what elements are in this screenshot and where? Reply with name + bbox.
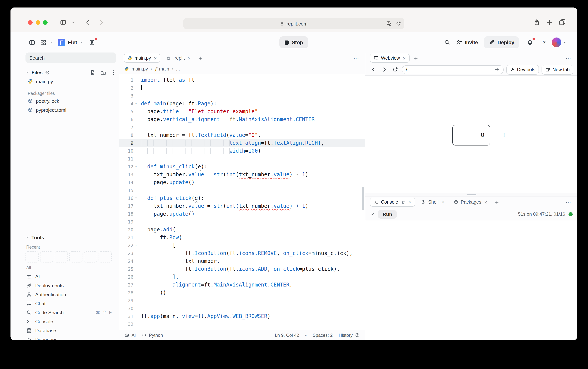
code-line[interactable]: 29 — [119, 297, 365, 305]
code-line[interactable]: 23 ft.IconButton(ft.icons.REMOVE, on_cli… — [119, 249, 365, 257]
close-tab-icon[interactable]: × — [188, 56, 190, 61]
translate-icon[interactable]: A — [386, 21, 392, 26]
code-line[interactable]: 14 page.update() — [119, 178, 365, 186]
webview-forward-button[interactable] — [380, 65, 388, 74]
new-browser-tab-icon[interactable] — [546, 19, 553, 26]
help-button[interactable]: ? — [542, 39, 546, 45]
close-tab-icon[interactable]: × — [154, 56, 157, 61]
collapse-run-icon[interactable] — [370, 212, 374, 216]
close-window-button[interactable] — [28, 20, 33, 25]
close-tab-icon[interactable]: × — [409, 200, 411, 205]
code-line[interactable]: 7 — [119, 123, 365, 131]
share-icon[interactable] — [533, 19, 540, 26]
tool-item-ai[interactable]: AI — [25, 272, 116, 281]
tool-item-debugger[interactable]: Debugger — [25, 335, 116, 340]
tool-item-deployments[interactable]: Deployments — [25, 281, 116, 290]
status-language[interactable]: Python — [142, 332, 163, 338]
code-line[interactable]: 10 width=100) — [119, 147, 365, 155]
code-line[interactable]: 11 — [119, 155, 365, 163]
code-line[interactable]: 20 page.add( — [119, 226, 365, 234]
code-line[interactable]: 25 ft.IconButton(ft.icons.ADD, on_click=… — [119, 265, 365, 273]
open-new-tab-button[interactable]: New tab — [541, 65, 573, 74]
code-line[interactable]: 9 text_align=ft.TextAlign.RIGHT, — [119, 139, 365, 147]
invite-button[interactable]: Invite — [456, 39, 478, 45]
code-line[interactable]: 12▾ def minus_click(e): — [119, 163, 365, 171]
code-line[interactable]: 8 txt_number = ft.TextField(value="0", — [119, 131, 365, 139]
splitter-handle[interactable] — [466, 194, 476, 195]
search-input[interactable] — [25, 52, 116, 63]
clear-console-icon[interactable] — [401, 200, 406, 204]
webview-back-button[interactable] — [369, 65, 377, 74]
console-output[interactable] — [365, 221, 577, 340]
files-section-header[interactable]: Files ⋮ — [25, 68, 116, 77]
tab-packages[interactable]: Packages × — [450, 198, 490, 207]
files-options-icon[interactable]: ⋮ — [111, 70, 116, 75]
close-tab-icon[interactable]: × — [442, 200, 444, 205]
code-line[interactable]: 24 txt_number, — [119, 257, 365, 265]
code-line[interactable]: 2 — [119, 84, 365, 92]
tool-item-database[interactable]: Database — [25, 326, 116, 335]
code-line[interactable]: 22▾ [ — [119, 242, 365, 249]
status-ai[interactable]: AI — [124, 332, 136, 338]
panel-splitter[interactable] — [365, 193, 577, 196]
stop-button[interactable]: Stop — [279, 36, 308, 48]
tab-console[interactable]: Console × — [370, 198, 415, 207]
sidebar-chevron-icon[interactable] — [70, 17, 76, 27]
safari-sidebar-toggle[interactable] — [58, 17, 68, 27]
console-options-icon[interactable]: ⋯ — [563, 199, 573, 205]
tool-item-authentication[interactable]: Authentication — [25, 290, 116, 299]
back-button[interactable] — [83, 17, 93, 27]
code-line[interactable]: 5 page.title = "Flet counter example" — [119, 108, 365, 115]
new-file-icon[interactable] — [90, 70, 96, 75]
code-line[interactable]: 3 — [119, 92, 365, 100]
webview-refresh-button[interactable] — [391, 65, 399, 74]
code-line[interactable]: 19 — [119, 218, 365, 226]
new-editor-tab-button[interactable] — [196, 54, 204, 62]
close-tab-icon[interactable]: × — [403, 56, 406, 61]
fold-chevron-icon[interactable]: ▾ — [133, 163, 139, 171]
close-tab-icon[interactable]: × — [484, 200, 487, 205]
code-line[interactable]: 18 page.update() — [119, 210, 365, 218]
tool-item-code-search[interactable]: Code Search ⌘ ⇧ F — [25, 308, 116, 317]
file-item-main-py[interactable]: main.py — [25, 77, 116, 86]
code-line[interactable]: 16▾ def plus_click(e): — [119, 194, 365, 202]
file-item-pyproject-toml[interactable]: pyproject.toml — [25, 105, 116, 114]
counter-field[interactable]: 0 — [452, 125, 490, 145]
code-line[interactable]: 21 ft.Row( — [119, 234, 365, 242]
status-spaces[interactable]: Spaces: 2 — [313, 332, 333, 338]
fold-chevron-icon[interactable]: ▾ — [133, 100, 139, 108]
grid-chevron-icon[interactable] — [50, 41, 53, 44]
code-line[interactable]: 31ft.app(main, view=ft.AppView.WEB_BROWS… — [119, 312, 365, 320]
workspace-grid-icon[interactable] — [38, 38, 48, 47]
code-line[interactable]: 17 txt_number.value = str(int(txt_number… — [119, 202, 365, 210]
code-line[interactable]: 30 — [119, 305, 365, 312]
tab-main-py[interactable]: main.py × — [124, 54, 160, 63]
editor-options-icon[interactable]: ⋯ — [351, 55, 361, 62]
address-bar[interactable]: replit.com A — [183, 18, 404, 29]
code-line[interactable]: 27 alignment=ft.MainAxisAlignment.CENTER… — [119, 281, 365, 289]
fold-chevron-icon[interactable]: ▾ — [133, 194, 139, 202]
tab-replit-config[interactable]: .replit × — [163, 54, 194, 63]
plus-button[interactable]: + — [501, 130, 507, 140]
webview-new-tab-button[interactable] — [412, 54, 420, 62]
editor-scrollbar[interactable] — [362, 187, 364, 210]
notes-icon[interactable] — [87, 38, 97, 47]
code-line[interactable]: 13 txt_number.value = str(int(txt_number… — [119, 171, 365, 178]
code-line[interactable]: 26 ], — [119, 273, 365, 281]
account-menu[interactable] — [552, 38, 567, 47]
status-cursor-position[interactable]: Ln 9, Col 42 — [275, 332, 299, 338]
breadcrumb[interactable]: main.py › ƒ main › ... — [119, 64, 365, 74]
files-chevron-icon[interactable] — [25, 71, 29, 74]
devtools-button[interactable]: Devtools — [506, 65, 539, 74]
tool-item-chat[interactable]: Chat — [25, 299, 116, 308]
code-line[interactable]: 4▾def main(page: ft.Page): — [119, 100, 365, 108]
console-new-tab-button[interactable] — [493, 198, 501, 206]
webview-options-icon[interactable]: ⋯ — [563, 55, 573, 62]
code-line[interactable]: 15 — [119, 186, 365, 194]
code-line[interactable]: 32 — [119, 320, 365, 328]
notifications-bell-icon[interactable] — [525, 38, 535, 47]
code-line[interactable]: 6 page.vertical_alignment = ft.MainAxisA… — [119, 115, 365, 123]
code-line[interactable]: 28 )) — [119, 289, 365, 297]
new-folder-icon[interactable] — [100, 70, 106, 75]
tab-overview-icon[interactable] — [559, 19, 566, 26]
